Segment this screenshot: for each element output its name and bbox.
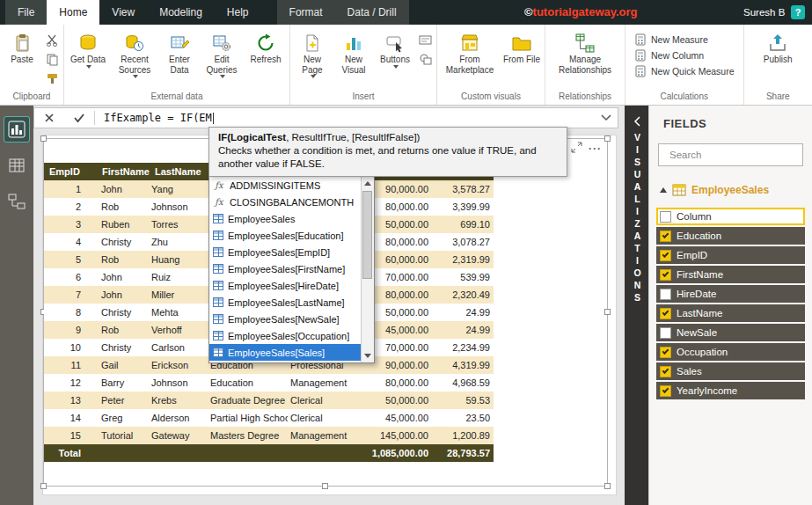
autocomplete-item[interactable]: EmployeeSales[NewSale] (209, 311, 361, 327)
autocomplete-item[interactable]: EmployeeSales (209, 210, 361, 227)
recent-sources-button[interactable]: Recent Sources (110, 25, 159, 91)
field-item-hiredate[interactable]: HireDate (656, 285, 805, 303)
field-item-empid[interactable]: EmpID (656, 246, 805, 264)
tab-help[interactable]: Help (215, 0, 261, 25)
field-checkbox[interactable] (660, 231, 671, 242)
help-icon[interactable]: ? (791, 5, 805, 19)
search-input[interactable] (669, 150, 805, 160)
formula-expand-chevron[interactable] (595, 114, 618, 121)
tab-modeling[interactable]: Modeling (147, 0, 215, 25)
new-visual-label: New Visual (333, 55, 375, 75)
get-data-button[interactable]: Get Data (66, 25, 110, 91)
field-checkbox[interactable] (660, 385, 671, 397)
cancel-formula-button[interactable] (34, 108, 64, 128)
new-page-button[interactable]: New Page (292, 25, 333, 91)
autocomplete-item[interactable]: EmployeeSales[LastName] (209, 294, 361, 311)
checkmark-icon (73, 113, 85, 123)
focus-mode-icon[interactable] (571, 141, 582, 157)
autocomplete-item[interactable]: ƒxADDMISSINGITEMS (209, 177, 361, 194)
autocomplete-item[interactable]: EmployeeSales[Education] (209, 227, 361, 244)
tab-home[interactable]: Home (47, 0, 99, 25)
column-header[interactable]: FirstName (97, 163, 150, 180)
field-item-occupation[interactable]: Occupation (656, 343, 805, 361)
collapse-triangle-icon[interactable] (660, 187, 667, 193)
autocomplete-item[interactable]: EmployeeSales[FirstName] (209, 260, 361, 277)
commit-formula-button[interactable] (64, 108, 94, 128)
new-measure-button[interactable]: New Measure (634, 33, 735, 46)
autocomplete-item[interactable]: EmployeeSales[HireDate] (209, 277, 361, 294)
fields-table-employeesales[interactable]: EmployeeSales (649, 179, 812, 201)
scroll-thumb[interactable] (362, 191, 372, 279)
refresh-button[interactable]: Refresh (244, 25, 288, 91)
field-item-firstname[interactable]: FirstName (656, 266, 805, 283)
visualizations-title: VISUALIZATIONS (631, 132, 643, 304)
column-header[interactable]: LastName (150, 163, 208, 180)
new-quick-measure-button[interactable]: New Quick Measure (634, 65, 735, 77)
resize-handle[interactable] (604, 309, 611, 315)
field-item-yearlyincome[interactable]: YearlyIncome (656, 382, 805, 399)
dropdown-arrow-icon (133, 75, 138, 78)
paste-button[interactable]: Paste (2, 25, 42, 91)
edit-queries-button[interactable]: Edit Queries (200, 25, 244, 91)
field-item-lastname[interactable]: LastName (656, 304, 805, 322)
autocomplete-item[interactable]: EmployeeSales[Occupation] (209, 327, 361, 344)
autocomplete-item[interactable]: EmployeeSales[Sales] (209, 344, 361, 361)
field-checkbox[interactable] (660, 308, 671, 319)
scroll-up-arrow[interactable] (362, 177, 374, 190)
function-tooltip: IF(LogicalTest, ResultIfTrue, [ResultIfF… (208, 127, 567, 177)
publish-button[interactable]: Publish (753, 25, 802, 91)
chevron-down-icon (601, 114, 611, 121)
autocomplete-item[interactable]: EmployeeSales[EmpID] (209, 244, 361, 260)
data-view-button[interactable] (4, 153, 29, 178)
from-file-button[interactable]: From File (501, 25, 543, 91)
group-label-external-data: External data (64, 91, 289, 105)
report-view-button[interactable] (4, 117, 29, 142)
field-item-column[interactable]: Column (656, 208, 805, 225)
autocomplete-scrollbar[interactable] (361, 177, 374, 362)
autocomplete-item[interactable]: ƒxCLOSINGBALANCEMONTH (209, 194, 361, 210)
tab-data-drill[interactable]: Data / Drill (335, 0, 409, 25)
resize-handle[interactable] (604, 483, 611, 489)
tab-format[interactable]: Format (277, 0, 335, 25)
field-checkbox[interactable] (660, 327, 671, 339)
field-checkbox[interactable] (660, 250, 671, 261)
column-header[interactable]: EmpID (44, 163, 97, 180)
copy-button[interactable] (45, 52, 60, 67)
resize-handle[interactable] (604, 135, 611, 142)
field-item-education[interactable]: Education (656, 227, 805, 245)
table-cell: Mehta (150, 304, 208, 321)
field-checkbox[interactable] (660, 366, 671, 377)
more-options-icon[interactable]: ··· (589, 143, 602, 155)
field-item-newsale[interactable]: NewSale (656, 324, 805, 341)
field-label: EmpID (677, 250, 707, 260)
search-box[interactable] (658, 143, 803, 166)
resize-handle[interactable] (40, 135, 47, 142)
field-checkbox[interactable] (660, 269, 671, 281)
buttons-button[interactable]: Buttons (375, 25, 415, 91)
shapes-button[interactable] (418, 52, 433, 67)
formula-input[interactable]: IfExample = IF(EM (104, 112, 595, 124)
field-checkbox[interactable] (660, 211, 671, 223)
tab-view[interactable]: View (99, 0, 147, 25)
autocomplete-item-label: EmployeeSales[LastName] (228, 297, 345, 308)
resize-handle[interactable] (40, 483, 47, 489)
calculator-icon (634, 49, 647, 62)
text-box-button[interactable] (418, 33, 433, 48)
bar-chart-icon (344, 31, 363, 55)
format-painter-button[interactable] (45, 71, 60, 86)
visualizations-panel-collapsed[interactable]: VISUALIZATIONS (625, 106, 648, 505)
scroll-down-arrow[interactable] (362, 349, 374, 362)
manage-relationships-button[interactable]: Manage Relationships (547, 25, 623, 91)
new-visual-button[interactable]: New Visual (333, 25, 375, 91)
model-view-button[interactable] (4, 189, 29, 214)
from-marketplace-button[interactable]: From Marketplace (439, 25, 501, 91)
from-marketplace-label: From Marketplace (439, 55, 501, 75)
resize-handle[interactable] (322, 483, 328, 489)
tab-file[interactable]: File (5, 0, 47, 25)
field-item-sales[interactable]: Sales (656, 362, 805, 380)
enter-data-button[interactable]: Enter Data (159, 25, 200, 91)
field-checkbox[interactable] (660, 289, 671, 300)
new-column-button[interactable]: New Column (634, 49, 735, 62)
field-checkbox[interactable] (660, 347, 671, 358)
cut-button[interactable] (45, 33, 60, 48)
